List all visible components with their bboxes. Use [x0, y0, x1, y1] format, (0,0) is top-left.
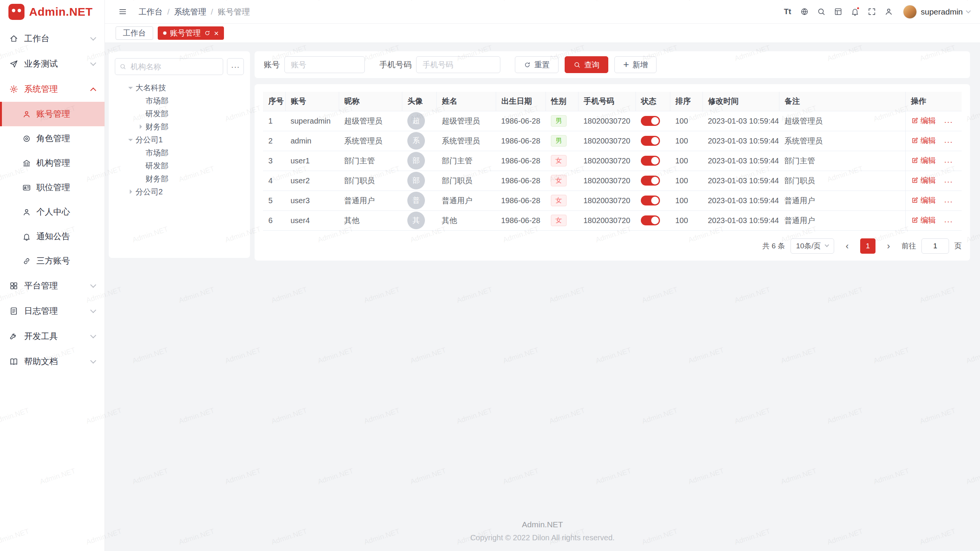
- fullscreen-icon[interactable]: [864, 4, 879, 20]
- cell-order: 100: [670, 131, 702, 151]
- cell-nickname: 超级管理员: [339, 111, 402, 131]
- edit-icon: [911, 197, 918, 204]
- refresh-icon[interactable]: [204, 30, 211, 36]
- language-icon[interactable]: [797, 4, 812, 20]
- sidebar-item-log-management[interactable]: 日志管理: [0, 298, 105, 324]
- sidebar-item-third-party-account[interactable]: 三方账号: [0, 249, 105, 273]
- edit-button[interactable]: 编辑: [911, 215, 936, 225]
- tree-node[interactable]: 财务部: [115, 172, 244, 185]
- tree-node[interactable]: 研发部: [115, 159, 244, 172]
- tab-workbench[interactable]: 工作台: [116, 26, 153, 40]
- goto-page-input[interactable]: [921, 238, 949, 254]
- gender-tag: 女: [551, 195, 567, 207]
- status-toggle[interactable]: [641, 136, 660, 146]
- tree-caret-icon[interactable]: [136, 120, 145, 133]
- row-more-button[interactable]: ···: [944, 157, 953, 166]
- tree-node-label: 分公司2: [136, 187, 163, 197]
- top-header: 工作台 / 系统管理 / 账号管理 Tt: [105, 0, 980, 24]
- sidebar-item-org-management[interactable]: 机构管理: [0, 151, 105, 175]
- edit-icon: [911, 117, 918, 124]
- sidebar-item-dev-tools[interactable]: 开发工具: [0, 324, 105, 349]
- pagination: 共 6 条 10条/页 ‹ 1 › 前往 页: [263, 238, 962, 254]
- sidebar-item-system-management[interactable]: 系统管理: [0, 77, 105, 102]
- cell-name: 部门主管: [436, 151, 496, 171]
- add-button[interactable]: + 新增: [614, 56, 657, 73]
- bell-icon: [22, 232, 31, 241]
- cell-name: 其他: [436, 210, 496, 230]
- sidebar-item-business-test[interactable]: 业务测试: [0, 51, 105, 77]
- user-icon: [22, 208, 31, 217]
- tree-node[interactable]: 研发部: [115, 107, 244, 120]
- user-menu[interactable]: superadmin: [903, 5, 970, 19]
- org-more-button[interactable]: ···: [227, 58, 244, 75]
- tree-node[interactable]: 大名科技: [115, 81, 244, 94]
- tree-node[interactable]: 市场部: [115, 94, 244, 107]
- tree-node[interactable]: 分公司2: [115, 185, 244, 198]
- notification-bell-icon[interactable]: [847, 4, 862, 20]
- next-page-button[interactable]: ›: [881, 238, 896, 254]
- tree-caret-icon[interactable]: [136, 94, 145, 107]
- status-toggle[interactable]: [641, 156, 660, 166]
- tab-account-management[interactable]: 账号管理 ×: [158, 26, 224, 40]
- tree-caret-icon[interactable]: [136, 107, 145, 120]
- sidebar-item-workbench[interactable]: 工作台: [0, 26, 105, 51]
- current-page-button[interactable]: 1: [860, 238, 875, 254]
- query-button[interactable]: 查询: [565, 56, 608, 73]
- sidebar-item-notice[interactable]: 通知公告: [0, 224, 105, 249]
- edit-button[interactable]: 编辑: [911, 195, 936, 205]
- search-icon[interactable]: [813, 4, 829, 20]
- tree-caret-icon[interactable]: [136, 159, 145, 172]
- breadcrumb-item[interactable]: 系统管理: [174, 7, 206, 17]
- tree-caret-icon[interactable]: [136, 172, 145, 185]
- sidebar-item-position-management[interactable]: 职位管理: [0, 175, 105, 200]
- sidebar-item-platform-management[interactable]: 平台管理: [0, 273, 105, 298]
- sidebar-item-label: 系统管理: [24, 83, 85, 95]
- app-logo[interactable]: Admin.NET: [0, 0, 105, 24]
- tree-caret-icon[interactable]: [126, 185, 136, 198]
- accounts-table-card: 序号 账号 昵称 头像 姓名 出生日期 性别 手机号码 状态 排序 修改时间: [255, 84, 970, 261]
- edit-button[interactable]: 编辑: [911, 116, 936, 126]
- menu-toggle-icon[interactable]: [115, 4, 130, 20]
- tree-node[interactable]: 财务部: [115, 120, 244, 133]
- tree-caret-icon[interactable]: [126, 81, 136, 94]
- cell-status: [635, 131, 670, 151]
- close-icon[interactable]: ×: [214, 29, 219, 37]
- gender-tag: 女: [551, 175, 567, 187]
- org-search-input[interactable]: [115, 58, 223, 75]
- edit-button[interactable]: 编辑: [911, 155, 936, 166]
- layout-theme-icon[interactable]: [830, 4, 846, 20]
- status-toggle[interactable]: [641, 116, 660, 126]
- status-toggle[interactable]: [641, 196, 660, 205]
- cell-status: [635, 171, 670, 191]
- tab-bar: 工作台 账号管理 ×: [105, 24, 980, 43]
- row-more-button[interactable]: ···: [944, 137, 953, 146]
- row-more-button[interactable]: ···: [944, 117, 953, 126]
- prev-page-button[interactable]: ‹: [840, 238, 855, 254]
- tree-caret-icon[interactable]: [136, 146, 145, 159]
- sidebar-item-help-docs[interactable]: 帮助文档: [0, 349, 105, 374]
- status-toggle[interactable]: [641, 176, 660, 186]
- sidebar-item-personal-center[interactable]: 个人中心: [0, 200, 105, 224]
- status-toggle[interactable]: [641, 215, 660, 225]
- row-more-button[interactable]: ···: [944, 217, 953, 225]
- reset-button[interactable]: 重置: [515, 56, 559, 73]
- account-input[interactable]: [284, 56, 365, 73]
- cell-avatar: 普: [402, 191, 436, 210]
- tree-caret-icon[interactable]: [126, 133, 136, 146]
- edit-button[interactable]: 编辑: [911, 135, 936, 146]
- cell-birthdate: 1986-06-28: [496, 151, 546, 171]
- sidebar-item-account-management[interactable]: 账号管理: [0, 102, 105, 126]
- tree-node[interactable]: 分公司1: [115, 133, 244, 146]
- cell-account: user1: [285, 151, 339, 171]
- sidebar-item-role-management[interactable]: 角色管理: [0, 126, 105, 151]
- breadcrumb-item[interactable]: 工作台: [139, 7, 163, 17]
- font-size-icon[interactable]: Tt: [780, 4, 795, 20]
- phone-input[interactable]: [416, 56, 500, 73]
- row-more-button[interactable]: ···: [944, 197, 953, 205]
- tree-node[interactable]: 市场部: [115, 146, 244, 159]
- page-size-select[interactable]: 10条/页: [791, 238, 834, 254]
- row-more-button[interactable]: ···: [944, 177, 953, 186]
- edit-button[interactable]: 编辑: [911, 175, 936, 186]
- sidebar-item-label: 个人中心: [36, 206, 70, 218]
- profile-icon[interactable]: [881, 4, 896, 20]
